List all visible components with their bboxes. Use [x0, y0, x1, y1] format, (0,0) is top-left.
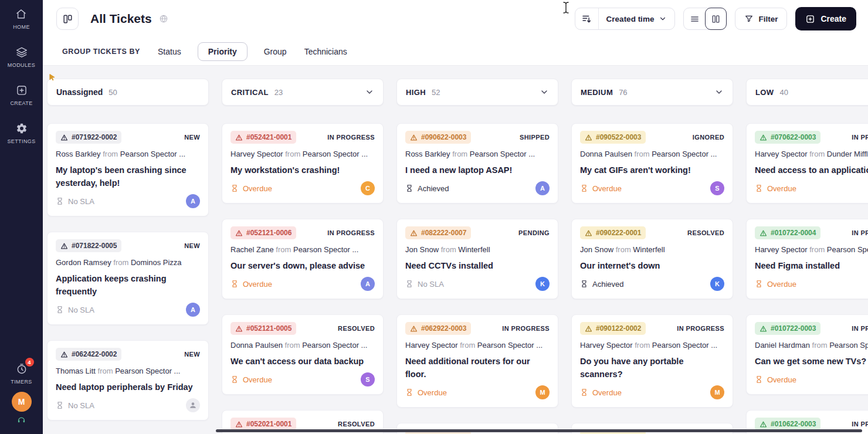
ticket-card[interactable]: #010722-0004IN PROGRESSHarvey Spector fr…: [746, 219, 868, 299]
assignee-avatar[interactable]: K: [535, 277, 550, 291]
ticket-card[interactable]: #052121-0005RESOLVEDDonna Paulsen from P…: [222, 314, 384, 395]
ticket-subject[interactable]: Need access to an application: [755, 164, 868, 177]
assignee-avatar[interactable]: A: [186, 303, 200, 317]
ticket-requester[interactable]: Gordon Ramsey from Dominos Pizza: [56, 258, 200, 267]
tab-technicians[interactable]: Technicians: [303, 43, 348, 60]
column-header-medium[interactable]: MEDIUM76: [571, 79, 733, 106]
ticket-id-badge[interactable]: #062422-0002: [56, 348, 121, 361]
headset-icon[interactable]: [17, 416, 26, 427]
ticket-subject[interactable]: Our server's down, please advise: [230, 259, 375, 272]
ticket-requester[interactable]: Harvey Spector from Pearson Spector ...: [230, 150, 375, 159]
assignee-avatar[interactable]: S: [361, 372, 375, 386]
create-button[interactable]: Create: [795, 7, 856, 30]
tab-status[interactable]: Status: [157, 43, 182, 60]
column-header-low[interactable]: LOW40: [746, 79, 868, 106]
assignee-avatar[interactable]: A: [361, 277, 375, 291]
ticket-id-badge[interactable]: #070622-0003: [755, 131, 820, 144]
chevron-down-icon[interactable]: [540, 87, 549, 97]
assignee-avatar[interactable]: [186, 398, 200, 412]
ticket-requester[interactable]: Donna Paulsen from Pearson Spector ...: [230, 341, 375, 350]
ticket-subject[interactable]: We can't access our data backup: [230, 355, 375, 368]
ticket-requester[interactable]: Ross Barkley from Pearson Spector ...: [405, 150, 550, 159]
ticket-subject[interactable]: Need additional routers for our floor.: [405, 355, 550, 381]
ticket-requester[interactable]: Rachel Zane from Pearson Spector ...: [230, 245, 375, 255]
column-header-high[interactable]: HIGH52: [396, 79, 558, 106]
ticket-requester[interactable]: Daniel Hardman from Pearson Spector ...: [755, 341, 868, 350]
sidebar-item-timers[interactable]: 4 TIMERS: [11, 362, 32, 385]
ticket-id-badge[interactable]: #090622-0003: [405, 131, 471, 144]
ticket-subject[interactable]: Need CCTVs installed: [405, 259, 550, 272]
ticket-requester[interactable]: Jon Snow from Winterfell: [405, 245, 550, 255]
ticket-requester[interactable]: Ross Barkley from Pearson Spector ...: [56, 150, 200, 159]
ticket-id-badge[interactable]: #071822-0005: [56, 239, 121, 252]
ticket-card[interactable]: #082222-0007PENDINGJon Snow from Winterf…: [396, 219, 558, 299]
ticket-requester[interactable]: Harvey Spector from Dunder Mifflin ...: [755, 150, 868, 159]
sort-dropdown[interactable]: Created time: [599, 15, 675, 23]
chevron-down-icon[interactable]: [365, 87, 374, 97]
filter-button[interactable]: Filter: [735, 8, 787, 30]
tab-priority[interactable]: Priority: [198, 42, 247, 61]
list-view-icon[interactable]: [684, 8, 706, 30]
ticket-requester[interactable]: Thomas Litt from Pearson Spector ...: [56, 367, 200, 376]
user-avatar[interactable]: M: [12, 392, 32, 412]
ticket-card[interactable]: #071822-0005NEWGordon Ramsey from Domino…: [47, 232, 209, 325]
column-header-unassigned[interactable]: Unassigned50: [47, 79, 209, 106]
ticket-id-badge[interactable]: #090522-0003: [580, 131, 646, 144]
ticket-card[interactable]: #090122-0002IN PROGRESSHarvey Spector fr…: [571, 314, 733, 408]
ticket-requester[interactable]: Donna Paulsen from Pearson Spector ...: [580, 150, 724, 159]
ticket-requester[interactable]: Harvey Spector from Pearson Spector ...: [405, 341, 550, 350]
ticket-card[interactable]: #062922-0003IN PROGRESSHarvey Spector fr…: [396, 314, 558, 408]
ticket-card[interactable]: #090622-0003SHIPPEDRoss Barkley from Pea…: [396, 123, 558, 204]
ticket-subject[interactable]: Do you have any portable scanners?: [580, 355, 724, 381]
chevron-down-icon[interactable]: [714, 87, 724, 97]
ticket-card[interactable]: #070622-0003IN PROGRESSHarvey Spector fr…: [746, 123, 868, 204]
ticket-id-badge[interactable]: #052121-0006: [230, 226, 296, 239]
ticket-card[interactable]: #090222-0001RESOLVEDJon Snow from Winter…: [571, 219, 733, 299]
assignee-avatar[interactable]: M: [710, 385, 724, 399]
ticket-card[interactable]: #052421-0001IN PROGRESSHarvey Spector fr…: [222, 123, 384, 204]
assignee-avatar[interactable]: S: [710, 181, 724, 195]
ticket-id-badge[interactable]: #010722-0004: [755, 226, 820, 239]
horizontal-scrollbar[interactable]: [216, 429, 862, 432]
ticket-subject[interactable]: I need a new laptop ASAP!: [405, 164, 550, 177]
assignee-avatar[interactable]: C: [361, 181, 375, 195]
ticket-subject[interactable]: Our internet's down: [580, 259, 724, 272]
ticket-card[interactable]: #052121-0006IN PROGRESSRachel Zane from …: [222, 219, 384, 299]
column-header-critical[interactable]: CRITICAL23: [222, 79, 384, 106]
ticket-requester[interactable]: Harvey Spector from Pearson Spector ...: [755, 245, 868, 255]
ticket-id-badge[interactable]: #082222-0007: [405, 226, 471, 239]
ticket-card[interactable]: #083022-0001RESOLVEDJon Snow from Winter…: [571, 423, 733, 434]
ticket-card[interactable]: #062422-0002NEWThomas Litt from Pearson …: [47, 340, 209, 421]
sidebar-item-home[interactable]: HOME: [13, 8, 30, 30]
ticket-card[interactable]: #010722-0003IN PROGRESSDaniel Hardman fr…: [746, 314, 868, 395]
sort-icon[interactable]: [575, 8, 599, 29]
ticket-subject[interactable]: Need Figma installed: [755, 259, 868, 272]
assignee-avatar[interactable]: K: [710, 277, 724, 291]
assignee-avatar[interactable]: A: [186, 194, 200, 208]
ticket-subject[interactable]: My workstation's crashing!: [230, 164, 375, 177]
assignee-avatar[interactable]: A: [535, 181, 550, 195]
sidebar-item-create[interactable]: CREATE: [10, 84, 32, 106]
kanban-view-icon[interactable]: [705, 8, 727, 30]
ticket-id-badge[interactable]: #071922-0002: [56, 131, 121, 144]
ticket-card[interactable]: #090522-0003IGNOREDDonna Paulsen from Pe…: [571, 123, 733, 204]
ticket-subject[interactable]: My cat GIFs aren't working!: [580, 164, 724, 177]
sidebar-item-modules[interactable]: MODULES: [8, 46, 35, 68]
ticket-id-badge[interactable]: #090222-0001: [580, 226, 646, 239]
ticket-id-badge[interactable]: #010622-0003: [755, 418, 820, 430]
ticket-id-badge[interactable]: #062922-0003: [405, 322, 471, 335]
sidebar-item-settings[interactable]: SETTINGS: [7, 122, 35, 144]
ticket-requester[interactable]: Harvey Spector from Pearson Spector ...: [580, 341, 724, 350]
ticket-id-badge[interactable]: #052021-0001: [230, 418, 296, 430]
ticket-card[interactable]: #053122-0001RESOLVED: [396, 423, 558, 434]
ticket-id-badge[interactable]: #052421-0001: [230, 131, 296, 144]
ticket-subject[interactable]: Application keeps crashing frequently: [56, 272, 200, 298]
ticket-id-badge[interactable]: #052121-0005: [230, 322, 296, 335]
ticket-requester[interactable]: Jon Snow from Winterfell: [580, 245, 724, 255]
ticket-id-badge[interactable]: #010722-0003: [755, 322, 820, 335]
assignee-avatar[interactable]: M: [535, 385, 550, 399]
ticket-id-badge[interactable]: #090122-0002: [580, 322, 646, 335]
tab-group[interactable]: Group: [263, 43, 288, 60]
ticket-subject[interactable]: Need laptop peripherals by Friday: [56, 381, 200, 394]
kanban-board-icon-button[interactable]: [56, 8, 79, 30]
